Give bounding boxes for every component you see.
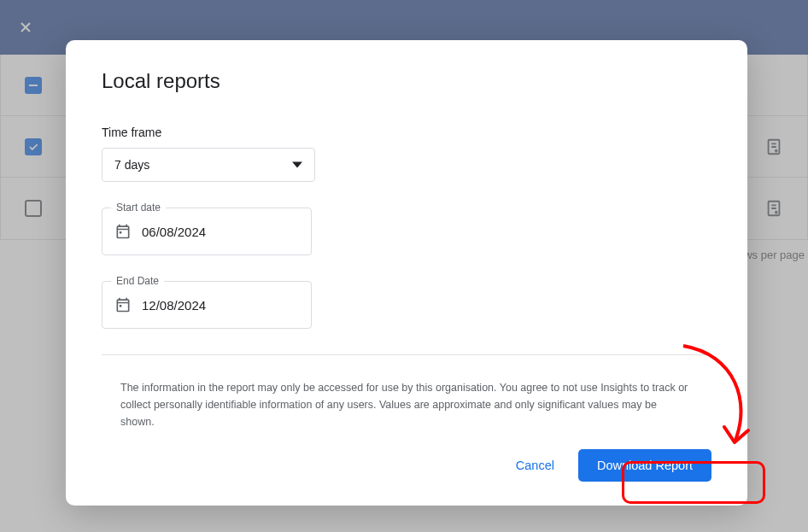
calendar-icon bbox=[114, 296, 132, 313]
time-frame-select[interactable]: 7 days bbox=[102, 148, 315, 182]
start-date-label: Start date bbox=[111, 202, 166, 213]
end-date-field[interactable]: End Date 12/08/2024 bbox=[102, 281, 312, 329]
dialog-title: Local reports bbox=[102, 69, 711, 93]
local-reports-dialog: Local reports Time frame 7 days Start da… bbox=[66, 40, 747, 506]
divider bbox=[102, 354, 711, 355]
chevron-down-icon bbox=[292, 160, 302, 170]
calendar-icon bbox=[114, 223, 132, 240]
dialog-actions: Cancel Download Report bbox=[102, 449, 711, 482]
start-date-value: 06/08/2024 bbox=[142, 225, 206, 239]
time-frame-label: Time frame bbox=[102, 126, 711, 139]
cancel-button[interactable]: Cancel bbox=[507, 452, 563, 479]
time-frame-value: 7 days bbox=[114, 158, 149, 172]
start-date-field[interactable]: Start date 06/08/2024 bbox=[102, 208, 312, 255]
end-date-value: 12/08/2024 bbox=[142, 298, 206, 313]
disclaimer-text: The information in the report may only b… bbox=[102, 379, 711, 430]
end-date-label: End Date bbox=[111, 275, 164, 287]
download-report-button[interactable]: Download Report bbox=[578, 449, 711, 482]
